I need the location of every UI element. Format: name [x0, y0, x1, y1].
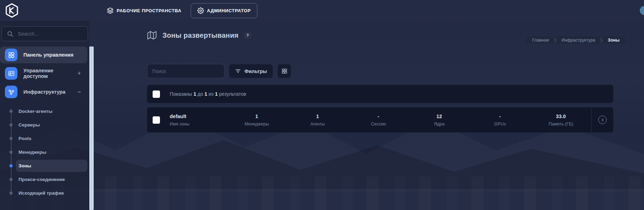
bullet-dot — [9, 123, 13, 126]
help-badge[interactable]: ? — [244, 32, 251, 38]
chevron-right-icon — [600, 38, 603, 43]
zone-name-value: default — [170, 114, 186, 119]
expand-plus-icon[interactable]: + — [77, 70, 81, 77]
summary-word: из — [208, 91, 213, 97]
cores-value: 12 — [437, 114, 442, 119]
grid-view-button[interactable] — [277, 64, 291, 78]
cell-zone-name: default Имя зоны — [160, 114, 226, 126]
map-icon — [147, 31, 157, 40]
agents-label: Агенты — [310, 122, 325, 126]
breadcrumb-home[interactable]: Главная — [532, 38, 549, 43]
memory-label: Память (ГБ) — [549, 122, 573, 126]
bullet-dot — [9, 137, 13, 140]
agents-value: 1 — [316, 114, 319, 119]
zone-name-label: Имя зоны — [170, 122, 189, 126]
sidebar-item-label: Управление доступом — [23, 68, 71, 79]
bullet-dot — [9, 178, 13, 181]
scrollbar-thumb[interactable] — [90, 46, 93, 210]
cell-gpus: - GPUs — [470, 114, 530, 126]
toolbar: Фильтры — [147, 64, 291, 78]
zones-search-input[interactable] — [147, 64, 225, 78]
bullet-dot — [9, 151, 13, 154]
administrator-button[interactable]: АДМИНИСТРАТОР — [191, 3, 258, 18]
bullet-dot — [9, 164, 13, 167]
user-avatar[interactable] — [640, 6, 644, 15]
gpus-value: - — [499, 114, 501, 119]
sidebar: Панель управления Управление доступом + — [0, 21, 89, 210]
summary-word: до — [198, 91, 203, 97]
cell-memory: 33.0 Память (ГБ) — [530, 114, 591, 126]
sidebar-item-label: Инфраструктура — [23, 89, 65, 95]
summary-count-from: 1 — [193, 91, 196, 97]
chevron-right-icon — [554, 38, 557, 43]
filter-icon — [235, 68, 241, 74]
network-nodes-icon — [5, 86, 17, 98]
sidebar-subitem-servers[interactable]: Серверы — [0, 118, 89, 132]
page-header: Зоны развертывания ? — [147, 31, 251, 40]
row-action-cell — [591, 107, 613, 132]
breadcrumb-infrastructure[interactable]: Инфраструктура — [562, 38, 595, 43]
workspaces-label: РАБОЧИЕ ПРОСТРАНСТВА — [117, 8, 182, 13]
logo-hexagon-icon — [5, 3, 19, 18]
infrastructure-subnav: Docker-агенты Серверы Pools Менеджеры — [0, 104, 89, 200]
cell-managers: 1 Менеджеры — [226, 114, 287, 126]
breadcrumb-zones: Зоны — [608, 38, 620, 43]
summary-count-to: 1 — [205, 91, 207, 97]
search-icon — [7, 30, 14, 37]
sidebar-subitem-proxy-connection[interactable]: Прокси-соединение — [0, 173, 89, 186]
summary-word: Показаны — [170, 91, 192, 97]
sidebar-subitem-managers[interactable]: Менеджеры — [0, 145, 89, 159]
collapse-minus-icon[interactable]: − — [77, 88, 81, 96]
main-content: Зоны развертывания ? Главная Инфраструкт… — [94, 21, 644, 210]
workspaces-nav-item[interactable]: РАБОЧИЕ ПРОСТРАНСТВА — [103, 4, 186, 17]
administrator-label: АДМИНИСТРАТОР — [207, 8, 251, 13]
row-cells: default Имя зоны 1 Менеджеры 1 Агенты - … — [160, 107, 591, 132]
sidebar-scrollbar[interactable] — [89, 46, 94, 210]
sidebar-search-box — [1, 26, 88, 41]
cell-cores: 12 Ядра — [409, 114, 470, 126]
zone-table-row[interactable]: default Имя зоны 1 Менеджеры 1 Агенты - … — [147, 107, 613, 132]
breadcrumb: Главная Инфраструктура Зоны — [527, 36, 625, 44]
app-logo[interactable] — [5, 3, 19, 18]
dashboard-grid-icon — [5, 49, 17, 61]
sidebar-subitem-zones[interactable]: Зоны — [0, 159, 89, 173]
managers-value: 1 — [255, 114, 258, 119]
sidebar-item-access-management[interactable]: Управление доступом + — [0, 65, 87, 82]
page-title: Зоны развертывания — [162, 31, 239, 39]
sidebar-subitem-docker-agents[interactable]: Docker-агенты — [0, 104, 89, 118]
bullet-dot — [9, 110, 13, 113]
row-open-button[interactable] — [598, 116, 607, 124]
sessions-value: - — [378, 114, 379, 119]
memory-value: 33.0 — [556, 114, 566, 119]
results-summary-text: Показаны1 до1 из1 результатов — [170, 91, 248, 97]
results-summary-bar: Показаны1 до1 из1 результатов — [147, 85, 613, 103]
filters-label: Фильтры — [244, 68, 267, 74]
bullet-dot — [9, 191, 13, 195]
filters-button[interactable]: Фильтры — [229, 64, 273, 78]
grid-view-icon — [281, 68, 287, 74]
sidebar-subitem-outbound-traffic[interactable]: Исходящий трафик — [0, 186, 89, 200]
sidebar-subitem-pools[interactable]: Pools — [0, 132, 89, 145]
cell-sessions: - Сессии — [348, 114, 409, 126]
managers-label: Менеджеры — [244, 122, 269, 126]
sidebar-item-dashboard[interactable]: Панель управления — [0, 46, 87, 63]
gpus-label: GPUs — [494, 122, 506, 126]
row-checkbox[interactable] — [153, 116, 160, 124]
cell-agents: 1 Агенты — [287, 114, 348, 126]
layers-icon — [107, 7, 114, 14]
sidebar-item-infrastructure[interactable]: Инфраструктура − — [0, 84, 87, 100]
id-card-icon — [5, 67, 17, 80]
sessions-label: Сессии — [371, 122, 386, 126]
app-window: РАБОЧИЕ ПРОСТРАНСТВА АДМИНИСТРАТОР — [0, 0, 644, 210]
summary-count-total: 1 — [215, 91, 218, 97]
topbar-nav: РАБОЧИЕ ПРОСТРАНСТВА АДМИНИСТРАТОР — [103, 3, 257, 18]
chevron-right-icon — [601, 118, 605, 122]
sidebar-item-label: Панель управления — [23, 52, 73, 58]
topbar: РАБОЧИЕ ПРОСТРАНСТВА АДМИНИСТРАТОР — [0, 0, 644, 21]
sidebar-search-input[interactable] — [18, 31, 77, 37]
select-all-checkbox[interactable] — [153, 90, 160, 98]
summary-word: результатов — [219, 91, 246, 97]
gear-icon — [197, 7, 204, 14]
cores-label: Ядра — [434, 122, 444, 126]
sidebar-nav: Панель управления Управление доступом + — [0, 46, 89, 200]
